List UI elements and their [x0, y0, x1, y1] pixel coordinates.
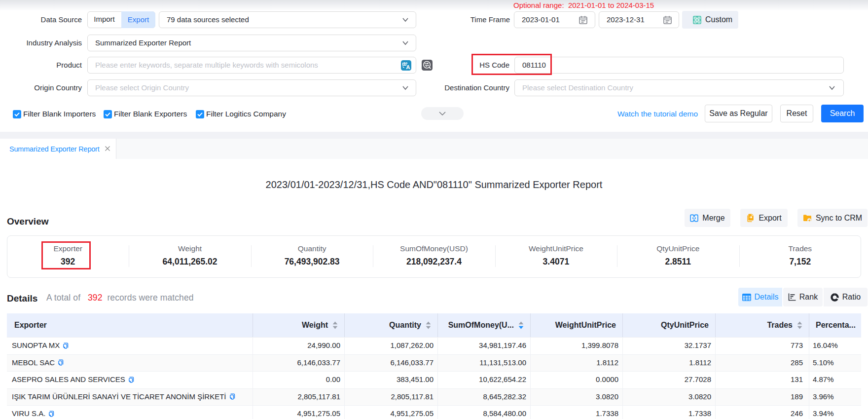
svg-text:A: A — [406, 64, 410, 70]
